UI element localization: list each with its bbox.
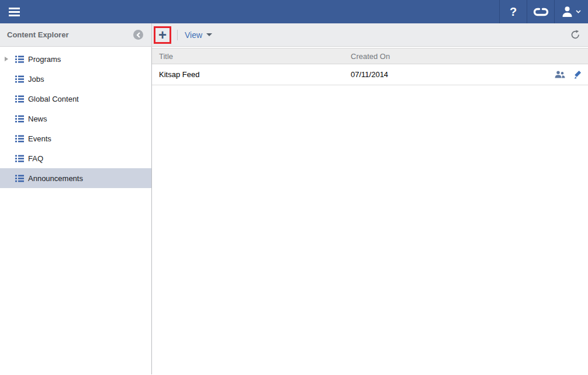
sidebar-item-label: Announcements — [28, 174, 83, 183]
content-explorer-header: Content Explorer — [0, 23, 152, 46]
help-button[interactable]: ? — [499, 0, 527, 23]
link-icon — [533, 8, 549, 16]
top-bar: ? — [0, 0, 588, 23]
sidebar-item-jobs[interactable]: Jobs — [0, 69, 151, 89]
column-header-created-on[interactable]: Created On — [351, 52, 588, 61]
chevron-left-circle-icon — [136, 32, 141, 38]
sidebar-item-label: Events — [28, 134, 51, 143]
sidebar-item-programs[interactable]: Programs — [0, 49, 151, 69]
site-link-button[interactable] — [527, 0, 554, 23]
user-menu-button[interactable] — [554, 0, 588, 23]
caret-down-icon — [206, 33, 212, 36]
list-icon — [15, 175, 24, 182]
sidebar-item-label: Programs — [28, 55, 61, 64]
toolbar: + View — [152, 23, 588, 46]
sidebar-item-faq[interactable]: FAQ — [0, 148, 151, 168]
users-icon — [555, 71, 565, 78]
sidebar-item-announcements[interactable]: Announcements — [0, 168, 151, 188]
view-dropdown-button[interactable]: View — [185, 30, 212, 40]
edit-button[interactable] — [574, 70, 583, 79]
sidebar-item-label: News — [28, 114, 47, 123]
sidebar-item-label: FAQ — [28, 154, 43, 163]
hamburger-menu-icon — [9, 8, 20, 16]
annotation-highlight-box: + — [154, 26, 171, 44]
sidebar-item-events[interactable]: Events — [0, 129, 151, 148]
panel-title: Content Explorer — [7, 30, 133, 39]
list-icon — [15, 75, 24, 83]
list-icon — [15, 95, 24, 103]
table-header: Title Created On — [152, 48, 588, 64]
content-area: Programs Jobs — [0, 47, 588, 374]
row-actions — [549, 70, 588, 79]
column-header-title[interactable]: Title — [152, 52, 351, 61]
chevron-down-icon — [576, 10, 581, 13]
refresh-icon — [570, 30, 580, 40]
hamburger-menu-button[interactable] — [0, 0, 28, 23]
content-explorer-sidebar: Programs Jobs — [0, 47, 152, 374]
sidebar-item-label: Global Content — [28, 95, 79, 103]
add-item-button[interactable]: + — [155, 28, 170, 42]
permissions-button[interactable] — [555, 71, 565, 78]
expand-triangle-icon — [5, 57, 8, 61]
sidebar-item-news[interactable]: News — [0, 109, 151, 129]
list-icon — [15, 135, 24, 143]
toolbar-divider — [177, 30, 178, 40]
row-created-on: 07/11/2014 — [351, 70, 549, 79]
help-icon: ? — [510, 6, 517, 18]
item-list-panel: Title Created On Kitsap Feed 07/11/2014 — [152, 47, 588, 374]
list-icon — [15, 55, 24, 63]
user-icon — [562, 6, 573, 18]
list-icon — [15, 115, 24, 123]
edit-pencil-icon — [574, 70, 583, 79]
top-bar-actions: ? — [499, 0, 588, 23]
row-title[interactable]: Kitsap Feed — [152, 70, 351, 79]
table-row[interactable]: Kitsap Feed 07/11/2014 — [152, 64, 588, 85]
expander-slot[interactable] — [5, 57, 13, 61]
sidebar-item-label: Jobs — [28, 75, 44, 84]
sub-header-row: Content Explorer + View — [0, 23, 588, 47]
refresh-button[interactable] — [568, 28, 582, 42]
sidebar-item-global-content[interactable]: Global Content — [0, 89, 151, 109]
list-icon — [15, 155, 24, 162]
view-dropdown-label: View — [185, 30, 202, 40]
collapse-sidebar-button[interactable] — [133, 30, 143, 40]
